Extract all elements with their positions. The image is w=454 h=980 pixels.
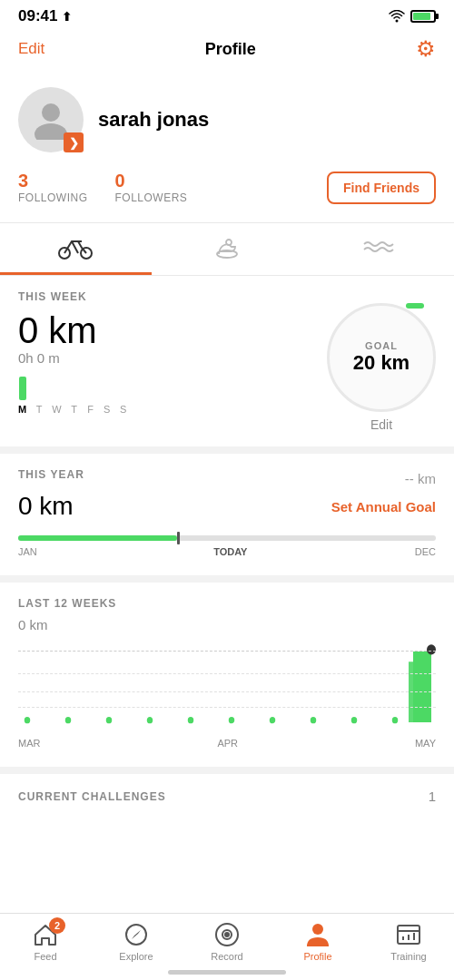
- tab-bike[interactable]: [0, 223, 152, 275]
- line-chart: [18, 642, 436, 732]
- challenges-count: 1: [429, 789, 436, 804]
- svg-point-13: [269, 716, 276, 724]
- wifi-icon: [389, 10, 405, 23]
- profile-name: sarah jonas: [98, 108, 209, 132]
- svg-point-6: [226, 240, 232, 245]
- week-left: 0 km 0h 0 m M T W T: [18, 310, 327, 418]
- bar-sun: S: [120, 397, 127, 415]
- goal-distance: 20 km: [353, 351, 410, 375]
- training-icon: [395, 922, 422, 947]
- set-annual-goal-button[interactable]: Set Annual Goal: [331, 499, 436, 514]
- today-label: TODAY: [213, 546, 247, 557]
- year-km: -- km: [405, 471, 436, 486]
- profile-label: Profile: [303, 951, 331, 962]
- dec-label: DEC: [415, 546, 436, 557]
- svg-point-24: [225, 933, 229, 936]
- settings-button[interactable]: ⚙: [416, 36, 436, 62]
- goal-arc: [406, 303, 424, 309]
- followers-label: FOLLOWERS: [115, 191, 188, 204]
- this-year-label: THIS YEAR: [18, 468, 84, 481]
- chart-dashed-line: [18, 651, 436, 652]
- this-week-label: THIS WEEK: [18, 290, 436, 303]
- svg-point-9: [105, 716, 113, 724]
- find-friends-button[interactable]: Find Friends: [327, 172, 436, 204]
- location-icon: ⬆: [62, 10, 72, 24]
- record-label: Record: [211, 951, 242, 962]
- status-time: 09:41 ⬆: [18, 7, 72, 25]
- profile-icon: [305, 921, 331, 948]
- svg-marker-18: [413, 652, 431, 722]
- tab-record-icon-wrap: [211, 921, 243, 948]
- chart-may-label: MAY: [415, 738, 436, 749]
- bar-mon: M: [18, 377, 26, 415]
- tab-swim[interactable]: [302, 223, 454, 275]
- edit-button[interactable]: Edit: [18, 40, 44, 58]
- record-icon: [213, 921, 241, 948]
- bar-fri: F: [87, 397, 94, 415]
- status-icons: [389, 10, 436, 23]
- swim-icon: [362, 239, 395, 257]
- compass-icon: [123, 922, 149, 947]
- svg-point-7: [24, 716, 31, 724]
- tab-feed-icon-wrap: 2: [29, 921, 62, 948]
- tab-feed[interactable]: 2 Feed: [0, 921, 91, 962]
- last-12-weeks-label: LAST 12 WEEKS: [18, 597, 436, 610]
- feed-label: Feed: [34, 951, 56, 962]
- chart-mar-label: MAR: [18, 738, 40, 749]
- week-time: 0h 0 m: [18, 350, 327, 366]
- tab-explore-icon-wrap: [120, 921, 153, 948]
- svg-point-14: [310, 716, 317, 724]
- chart-apr-label: APR: [217, 738, 238, 749]
- bar-tue: T: [35, 397, 43, 415]
- avatar-badge: ❯: [64, 132, 84, 152]
- followers-stat: 0 FOLLOWERS: [115, 171, 188, 204]
- week-distance: 0 km: [18, 310, 327, 350]
- bar-thu: T: [71, 397, 78, 415]
- svg-point-2: [35, 123, 67, 140]
- svg-point-10: [146, 716, 153, 724]
- status-bar: 09:41 ⬆: [0, 0, 454, 29]
- page-title: Profile: [205, 40, 256, 59]
- followers-count: 0: [115, 171, 188, 191]
- tab-record[interactable]: Record: [182, 921, 272, 962]
- goal-label: GOAL: [365, 340, 398, 351]
- svg-point-25: [312, 924, 323, 935]
- tab-profile-icon-wrap: [301, 921, 334, 948]
- tab-run[interactable]: [152, 223, 303, 275]
- chart-x-labels: MAR APR MAY: [18, 738, 436, 749]
- battery-icon: [410, 10, 436, 23]
- svg-point-11: [187, 716, 194, 724]
- svg-point-16: [391, 716, 399, 724]
- last-12-weeks-km: 0 km: [18, 617, 436, 632]
- svg-point-0: [396, 20, 399, 23]
- this-week-section: THIS WEEK 0 km 0h 0 m M T W: [0, 276, 454, 446]
- svg-marker-21: [132, 930, 141, 939]
- year-distance: 0 km: [18, 492, 74, 521]
- following-count: 3: [18, 171, 88, 191]
- profile-section: ❯ sarah jonas: [0, 73, 454, 171]
- training-label: Training: [390, 951, 426, 962]
- bar-wed: W: [52, 397, 61, 415]
- bar-chart: M T W T F: [18, 378, 327, 415]
- tab-profile[interactable]: Profile: [272, 921, 363, 962]
- year-bar-fill: [18, 535, 177, 541]
- nav-header: Edit Profile ⚙: [0, 29, 454, 73]
- avatar: ❯: [18, 87, 84, 152]
- jan-label: JAN: [18, 546, 37, 557]
- following-label: FOLLOWING: [18, 191, 88, 204]
- year-progress-bar: [18, 535, 436, 541]
- goal-circle-container: GOAL 20 km Edit: [327, 303, 436, 432]
- chart-area: [18, 642, 436, 732]
- challenges-label: CURRENT CHALLENGES: [18, 790, 166, 803]
- activity-tabs: [0, 223, 454, 275]
- goal-edit-link[interactable]: Edit: [370, 417, 392, 432]
- this-year-section: THIS YEAR -- km 0 km Set Annual Goal JAN…: [0, 446, 454, 575]
- tab-explore[interactable]: Explore: [91, 921, 182, 962]
- bike-icon: [58, 236, 93, 260]
- tab-training[interactable]: Training: [363, 921, 454, 962]
- svg-point-1: [42, 103, 60, 122]
- last-12-weeks-section: LAST 12 WEEKS 0 km MAR APR: [0, 575, 454, 767]
- shoe-icon: [215, 236, 239, 260]
- svg-point-8: [64, 716, 72, 724]
- year-bar-labels: JAN TODAY DEC: [18, 546, 436, 557]
